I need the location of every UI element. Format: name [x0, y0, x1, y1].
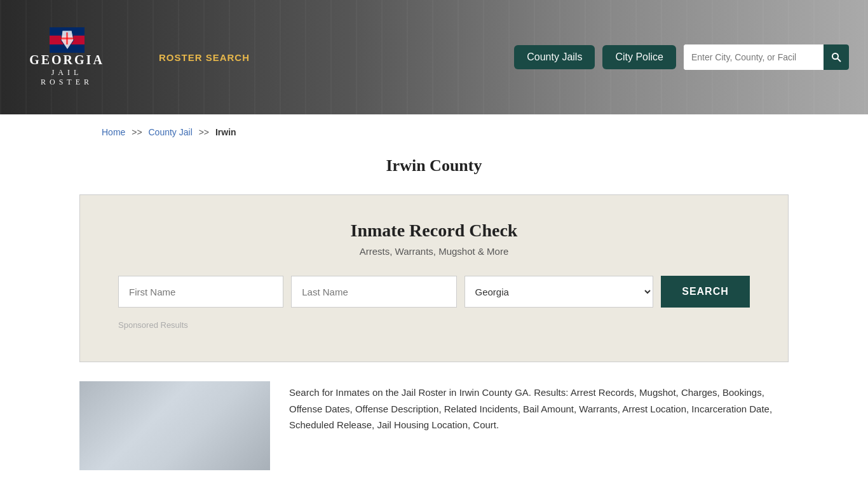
header-search-bar [684, 44, 849, 70]
logo-line1: GEORGIA [29, 53, 104, 67]
breadcrumb: Home >> County Jail >> Irwin [0, 114, 868, 150]
city-police-button[interactable]: City Police [602, 45, 676, 69]
record-check-form: AlabamaAlaskaArizonaArkansasCaliforniaCo… [118, 276, 750, 308]
breadcrumb-sep1: >> [132, 127, 142, 137]
breadcrumb-county-jail[interactable]: County Jail [149, 127, 193, 137]
nav-roster-search[interactable]: ROSTER SEARCH [159, 52, 250, 63]
record-check-title: Inmate Record Check [118, 220, 750, 241]
first-name-input[interactable] [118, 276, 283, 308]
record-check-section: Inmate Record Check Arrests, Warrants, M… [79, 194, 789, 362]
breadcrumb-current: Irwin [215, 127, 236, 137]
county-image [79, 381, 270, 470]
page-title: Irwin County [0, 156, 868, 175]
breadcrumb-sep2: >> [199, 127, 209, 137]
svg-line-9 [837, 58, 841, 62]
header-right: County Jails City Police [514, 44, 849, 70]
record-search-button[interactable]: SEARCH [661, 276, 750, 308]
search-icon [831, 52, 841, 62]
sponsored-results-label: Sponsored Results [118, 320, 750, 330]
georgia-flag-icon [50, 27, 85, 53]
header-search-input[interactable] [684, 44, 824, 70]
bottom-section: Search for Inmates on the Jail Roster in… [0, 381, 868, 488]
record-check-subtitle: Arrests, Warrants, Mugshot & More [118, 246, 750, 257]
svg-point-8 [832, 53, 838, 59]
logo-line2: JAIL [51, 68, 83, 78]
header-search-button[interactable] [824, 44, 849, 70]
last-name-input[interactable] [291, 276, 456, 308]
bottom-description: Search for Inmates on the Jail Roster in… [289, 381, 789, 470]
site-header: GEORGIA JAIL ROSTER ROSTER SEARCH County… [0, 0, 868, 114]
logo-line3: ROSTER [41, 78, 93, 87]
svg-rect-7 [66, 32, 68, 44]
county-jails-button[interactable]: County Jails [514, 45, 595, 69]
breadcrumb-home[interactable]: Home [102, 127, 125, 137]
site-logo: GEORGIA JAIL ROSTER [19, 27, 114, 87]
state-select[interactable]: AlabamaAlaskaArizonaArkansasCaliforniaCo… [465, 276, 654, 308]
